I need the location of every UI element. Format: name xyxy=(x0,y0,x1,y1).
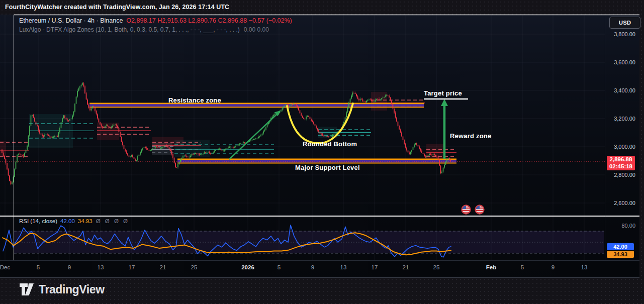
time-axis-label: 5 xyxy=(521,264,524,270)
last-price-value: 2,896.88 xyxy=(607,156,635,163)
indicator-legend[interactable]: LuxAlgo - DTFX Algo Zones (10, 1, Both, … xyxy=(19,26,269,33)
rsi-value: 42.00 xyxy=(60,218,75,224)
tradingview-icon xyxy=(19,283,34,296)
brand-name: TradingView xyxy=(39,283,105,296)
annotation-rounded-bottom-label: Rounded Bottom xyxy=(303,140,357,148)
time-axis-label: 9 xyxy=(68,264,71,270)
price-axis-label: 3,200.00 xyxy=(606,116,635,122)
price-axis-label: 3,800.00 xyxy=(606,31,635,37)
tradingview-snapshot: { "watermark": {"text": "FourthCityWatch… xyxy=(0,0,644,304)
indicator-values: 0.00 0.00 xyxy=(244,26,269,33)
annotation-resistance-zone-label: Resistance zone xyxy=(168,96,221,104)
currency-toggle-button[interactable]: USD xyxy=(609,17,640,29)
rsi-ma-badge: 34.93 xyxy=(607,251,634,258)
time-axis-label: 17 xyxy=(372,264,378,270)
time-axis-label: 17 xyxy=(129,264,135,270)
rsi-title: RSI (14, close) xyxy=(19,218,57,224)
time-axis-label: Dec xyxy=(0,264,10,270)
time-axis-label: Feb xyxy=(486,264,496,270)
time-axis-label: 2026 xyxy=(241,264,254,270)
time-axis-label: 25 xyxy=(433,264,440,270)
annotation-reward-zone-label: Reward zone xyxy=(450,132,491,140)
symbol-legend[interactable]: Ethereum / U.S. Dollar · 4h · BinanceO2,… xyxy=(19,17,292,24)
indicator-title: LuxAlgo - DTFX Algo Zones (10, 1, Both, … xyxy=(19,26,240,33)
symbol-title: Ethereum / U.S. Dollar · 4h · Binance xyxy=(19,17,123,24)
watermark-text: FourthCityWatcher created with TradingVi… xyxy=(5,4,229,11)
ohlc-values: O2,898.17 H2,915.63 L2,890.76 C2,896.88 … xyxy=(126,17,292,24)
price-axis-label: 3,400.00 xyxy=(606,87,635,93)
time-axis-label: 21 xyxy=(160,264,166,270)
time-axis-label: 9 xyxy=(311,264,314,270)
time-axis-label: 5 xyxy=(37,264,40,270)
price-axis-label: 2,800.00 xyxy=(606,172,635,178)
time-axis-label: 25 xyxy=(191,264,198,270)
rsi-ma-value: 34.93 xyxy=(78,218,93,224)
price-axis-label: 2,600.00 xyxy=(606,200,635,206)
rsi-badge: 42.00 xyxy=(607,243,634,250)
footer-logo[interactable]: TradingView xyxy=(19,283,105,296)
last-price-badge: 2,896.88 02:45:18 xyxy=(607,156,635,170)
price-axis-label: 3,600.00 xyxy=(606,59,635,65)
bar-countdown: 02:45:18 xyxy=(607,163,635,170)
time-axis-label: 9 xyxy=(551,264,555,270)
annotation-major-support-label: Major Support Level xyxy=(295,164,360,171)
time-axis-label: 13 xyxy=(340,264,347,270)
time-axis-label: 13 xyxy=(581,264,588,270)
rsi-legend[interactable]: RSI (14, close)42.0034.93Ø Ø Ø Ø xyxy=(19,218,129,224)
rsi-hidden-values: Ø Ø Ø Ø xyxy=(96,218,129,224)
time-axis-label: 21 xyxy=(403,264,409,270)
annotation-target-price-label: Target price xyxy=(424,89,462,97)
time-axis-label: 13 xyxy=(98,264,104,270)
price-axis-label: 3,000.00 xyxy=(606,144,635,150)
time-axis-label: 5 xyxy=(278,264,281,270)
rsi-scale-label: 80.00 xyxy=(606,223,635,229)
